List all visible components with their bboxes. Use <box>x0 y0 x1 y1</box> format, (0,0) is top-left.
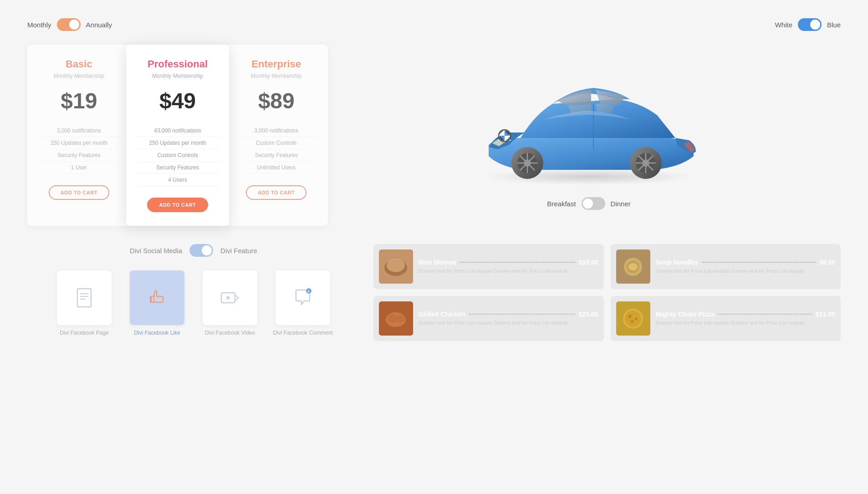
soup-desc: Dummy text for Price List module Dummy t… <box>656 268 836 275</box>
color-toggle[interactable] <box>798 18 822 31</box>
social-label-2: Divi Feature <box>220 247 257 255</box>
rice-svg <box>379 250 413 284</box>
color-toggle-group: White Blue <box>775 18 841 31</box>
food-section: Rice Momoa $15.00 Dummy text for Price L… <box>373 244 841 341</box>
pricing-card-basic: Basic Monthly Membership $19 3,000 notif… <box>27 45 131 226</box>
rice-desc: Dummy text for Price List module Dummy t… <box>419 268 598 275</box>
food-card-chicken: Grilled Chicken $25.00 Dummy text for Pr… <box>373 296 604 341</box>
pizza-name: Mighty Cheez Pizza <box>656 311 715 318</box>
enterprise-feature-1: Custom Controls <box>234 137 319 149</box>
rice-price: $15.00 <box>579 259 598 266</box>
comment-icon: 2 <box>291 286 314 309</box>
dinner-label: Dinner <box>611 200 631 208</box>
chicken-desc: Dummy text for Price List module Dummy t… <box>419 320 598 326</box>
basic-feature-2: Security Features <box>36 149 122 162</box>
soup-dots <box>702 262 816 263</box>
rice-info: Rice Momoa $15.00 Dummy text for Price L… <box>419 259 598 275</box>
enterprise-feature-0: 3,000 notifications <box>234 125 319 137</box>
soup-svg <box>616 250 650 284</box>
enterprise-plan-name: Enterprise <box>234 58 319 70</box>
monthly-label: Monthly <box>27 21 51 29</box>
soup-image <box>616 250 650 284</box>
bottom-section: Divi Social Media Divi Feature <box>27 244 841 341</box>
soup-header: Soup Noodles $8.99 <box>656 259 836 266</box>
food-card-rice: Rice Momoa $15.00 Dummy text for Price L… <box>373 244 604 289</box>
rice-image <box>379 250 413 284</box>
rice-dots <box>460 262 575 263</box>
car-image <box>461 61 716 188</box>
video-icon <box>219 286 241 309</box>
page-wrapper: Monthly Annually White Blue Basic Monthl… <box>0 0 868 359</box>
facebook-video-label: Divi Facebook Video <box>205 330 255 336</box>
svg-marker-7 <box>227 295 230 300</box>
pro-feature-4: 4 Users <box>135 174 220 186</box>
svg-point-19 <box>396 315 405 322</box>
svg-point-23 <box>628 315 632 318</box>
svg-point-24 <box>635 317 638 320</box>
facebook-comment-label: Divi Facebook Comment <box>273 330 332 336</box>
pro-feature-2: Custom Controls <box>135 149 220 162</box>
chicken-dots <box>469 314 575 315</box>
social-item-facebook-video: Divi Facebook Video <box>198 270 262 336</box>
pro-feature-0: 43,000 notifications <box>135 125 220 137</box>
pricing-section: Basic Monthly Membership $19 3,000 notif… <box>27 45 328 226</box>
facebook-video-icon-box <box>203 270 257 325</box>
facebook-comment-icon-box: 2 <box>276 270 330 325</box>
pro-feature-3: Security Features <box>135 162 220 174</box>
main-content: Basic Monthly Membership $19 3,000 notif… <box>27 45 841 226</box>
chicken-name: Grilled Chicken <box>419 311 465 318</box>
pizza-svg <box>616 301 650 336</box>
pizza-info: Mighty Cheez Pizza $11.00 Dummy text for… <box>656 311 836 326</box>
enterprise-add-to-cart[interactable]: ADD TO CART <box>246 185 306 200</box>
pro-plan-price: $49 <box>135 88 220 113</box>
document-icon <box>73 286 96 309</box>
svg-point-22 <box>625 311 641 327</box>
pizza-price: $11.00 <box>816 311 835 318</box>
basic-plan-type: Monthly Membership <box>36 73 122 79</box>
basic-plan-name: Basic <box>36 58 122 70</box>
basic-add-to-cart[interactable]: ADD TO CART <box>49 185 109 200</box>
social-toggle[interactable] <box>189 244 213 257</box>
social-item-facebook-like: Divi Facebook Like <box>125 270 189 336</box>
basic-plan-price: $19 <box>36 88 122 113</box>
pro-add-to-cart[interactable]: ADD TO CART <box>147 198 208 212</box>
basic-feature-3: 1 User <box>36 162 122 174</box>
svg-point-11 <box>387 259 405 272</box>
car-side-window-rear <box>596 104 614 113</box>
enterprise-features: 3,000 notifications Custom Controls Secu… <box>234 125 319 174</box>
enterprise-feature-2: Security Features <box>234 149 319 162</box>
chicken-info: Grilled Chicken $25.00 Dummy text for Pr… <box>419 311 598 326</box>
social-icons-grid: Divi Facebook Page Divi Facebook Like <box>27 270 360 336</box>
svg-rect-0 <box>77 289 91 307</box>
svg-point-25 <box>630 320 633 323</box>
meal-toggle[interactable] <box>582 197 605 210</box>
car-section: Breakfast Dinner <box>337 45 841 226</box>
breakfast-label: Breakfast <box>547 200 576 208</box>
pro-plan-name: Professional <box>135 58 220 70</box>
facebook-page-label: Divi Facebook Page <box>60 330 108 336</box>
soup-price: $8.99 <box>819 259 835 266</box>
rice-header: Rice Momoa $15.00 <box>419 259 598 266</box>
food-card-soup: Soup Noodles $8.99 Dummy text for Price … <box>611 244 841 289</box>
food-card-pizza: Mighty Cheez Pizza $11.00 Dummy text for… <box>611 296 841 341</box>
pizza-dots <box>718 314 812 315</box>
social-section: Divi Social Media Divi Feature <box>27 244 360 341</box>
soup-name: Soup Noodles <box>656 259 699 266</box>
chicken-svg <box>379 301 413 336</box>
pizza-header: Mighty Cheez Pizza $11.00 <box>656 311 836 318</box>
billing-toggle-group: Monthly Annually <box>27 18 112 31</box>
pricing-card-professional: Professional Monthly Membership $49 43,0… <box>126 45 230 226</box>
enterprise-plan-price: $89 <box>234 88 319 113</box>
pro-feature-1: 250 Updates per month <box>135 137 220 149</box>
top-bar: Monthly Annually White Blue <box>27 18 841 31</box>
social-label-1: Divi Social Media <box>130 247 182 255</box>
thumbsup-icon <box>146 286 168 309</box>
enterprise-plan-type: Monthly Membership <box>234 73 319 79</box>
social-item-facebook-page: Divi Facebook Page <box>52 270 116 336</box>
billing-toggle[interactable] <box>57 18 81 31</box>
facebook-page-icon-box <box>57 270 112 325</box>
facebook-like-label: Divi Facebook Like <box>134 330 180 336</box>
pro-plan-type: Monthly Membership <box>135 73 220 79</box>
chicken-image <box>379 301 413 336</box>
white-label: White <box>775 21 792 29</box>
